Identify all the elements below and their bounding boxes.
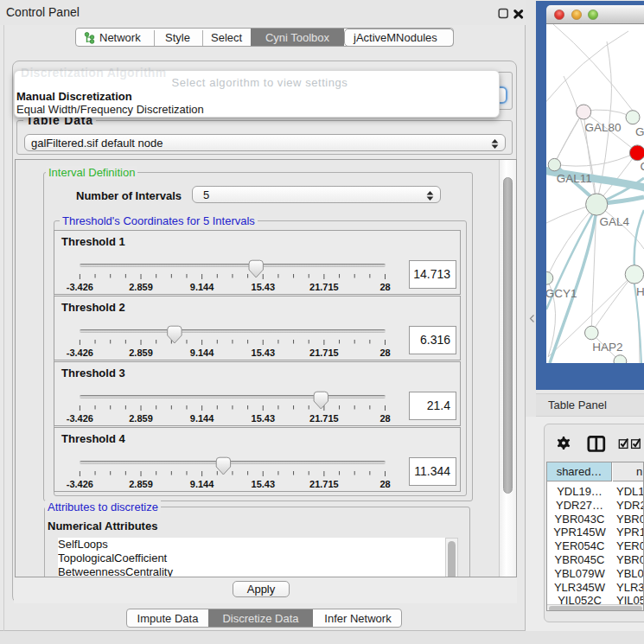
svg-text:H: H	[636, 285, 644, 298]
svg-text:GAL80: GAL80	[584, 121, 621, 134]
svg-text:CR: CR	[640, 160, 644, 173]
svg-text:GCY1: GCY1	[546, 287, 577, 300]
svg-text:GAL4: GAL4	[599, 215, 629, 228]
svg-text:HAP2: HAP2	[592, 341, 622, 354]
svg-text:GAL11: GAL11	[557, 172, 592, 185]
svg-text:GA: GA	[635, 125, 644, 138]
